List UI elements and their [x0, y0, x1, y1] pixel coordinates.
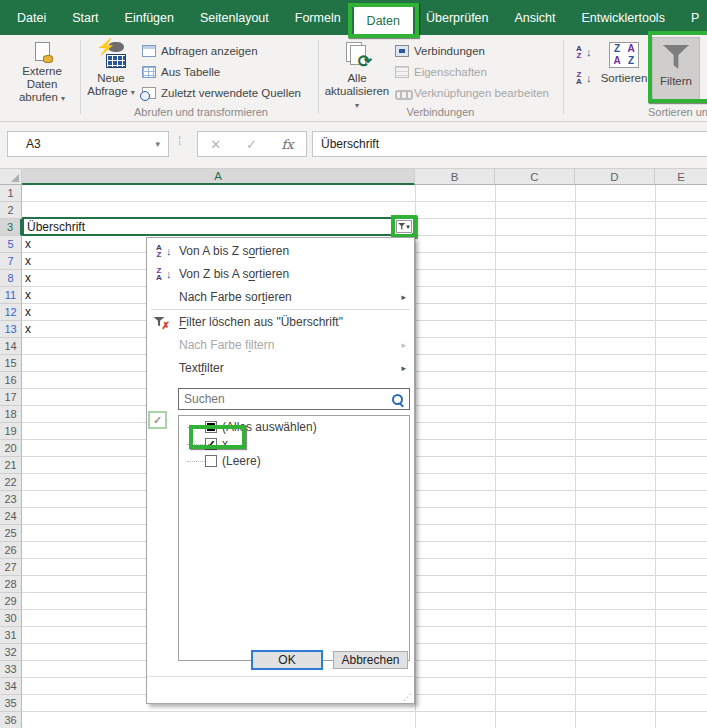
tab-daten[interactable]: Daten	[354, 6, 413, 35]
checkbox-select-all-mixed[interactable]	[205, 421, 217, 433]
checkbox-x-checked[interactable]: ✓	[205, 438, 217, 450]
verbindungen-button[interactable]: Verbindungen	[395, 41, 485, 61]
row-header[interactable]: 27	[0, 559, 22, 576]
name-box[interactable]: A3 ▾	[7, 131, 169, 157]
cells-right[interactable]	[415, 491, 707, 508]
cells-right[interactable]	[415, 389, 707, 406]
menu-text-filters[interactable]: Textfilter ▸	[147, 356, 414, 379]
row-header[interactable]: 23	[0, 491, 22, 508]
cells-right[interactable]	[415, 474, 707, 491]
filter-value-select-all[interactable]: (Alles auswählen)	[179, 419, 409, 435]
cancel-button[interactable]: Abbrechen	[333, 651, 408, 669]
cells-right[interactable]	[415, 321, 707, 338]
cells-right[interactable]	[415, 338, 707, 355]
menu-sort-z-to-a[interactable]: ZA ↓ Von Z bis A sortieren	[147, 262, 414, 285]
cells-right[interactable]	[415, 695, 707, 712]
formula-bar-splitter[interactable]: ⁞	[178, 134, 181, 148]
tab-ueberpruefen[interactable]: Überprüfen	[413, 0, 502, 35]
row-header[interactable]: 32	[0, 644, 22, 661]
row-header[interactable]: 2	[0, 202, 22, 219]
row-header[interactable]: 19	[0, 423, 22, 440]
row-header[interactable]: 17	[0, 389, 22, 406]
filtern-button[interactable]: Filtern	[652, 37, 700, 101]
row-header[interactable]: 14	[0, 338, 22, 355]
tab-datei[interactable]: Datei	[4, 0, 59, 35]
cells-right[interactable]	[415, 219, 707, 236]
sort-a-to-z-button[interactable]: AZ ↓	[573, 42, 592, 62]
menu-sort-a-to-z[interactable]: AZ ↓ Von A bis Z sortieren	[147, 239, 414, 262]
row-header[interactable]: 13	[0, 321, 22, 338]
sort-z-to-a-button[interactable]: ZA ↓	[573, 68, 592, 88]
filter-value-x[interactable]: ✓ x	[179, 436, 409, 452]
row-header[interactable]: 21	[0, 457, 22, 474]
row-header[interactable]: 33	[0, 661, 22, 678]
row-header[interactable]: 20	[0, 440, 22, 457]
cells-right[interactable]	[415, 304, 707, 321]
column-header-a[interactable]: A	[22, 169, 415, 185]
row-header[interactable]: 8	[0, 270, 22, 287]
row-header[interactable]: 1	[0, 185, 22, 202]
row-header[interactable]: 30	[0, 610, 22, 627]
resize-grip[interactable]: ⋰	[403, 692, 412, 702]
search-icon[interactable]	[391, 393, 404, 406]
cells-right[interactable]	[415, 542, 707, 559]
cells-right[interactable]	[415, 712, 707, 728]
filter-value-empty[interactable]: (Leere)	[179, 453, 409, 469]
row-header[interactable]: 35	[0, 695, 22, 712]
row-header[interactable]: 36	[0, 712, 22, 728]
cells-right[interactable]	[415, 593, 707, 610]
tab-einfuegen[interactable]: Einfügen	[112, 0, 187, 35]
cells-right[interactable]	[415, 423, 707, 440]
row-header[interactable]: 29	[0, 593, 22, 610]
neue-abfrage-button[interactable]: ⚡ Neue Abfrage ▾	[84, 39, 138, 116]
alle-aktualisieren-button[interactable]: ⟳ Alle aktualisieren ▾	[324, 39, 390, 116]
cells-right[interactable]	[415, 406, 707, 423]
cells-right[interactable]	[415, 440, 707, 457]
column-header-d[interactable]: D	[575, 169, 655, 185]
row-header[interactable]: 7	[0, 253, 22, 270]
cell-filter-dropdown-button[interactable]: ▾	[396, 220, 412, 233]
cells-right[interactable]	[415, 372, 707, 389]
cells-right[interactable]	[415, 576, 707, 593]
row-header[interactable]: 34	[0, 678, 22, 695]
cells-right[interactable]	[415, 508, 707, 525]
row-header[interactable]: 25	[0, 525, 22, 542]
formula-input[interactable]: Überschrift	[312, 131, 707, 157]
cells-right[interactable]	[415, 253, 707, 270]
row-header[interactable]: 31	[0, 627, 22, 644]
row-header[interactable]: 16	[0, 372, 22, 389]
row-header[interactable]: 11	[0, 287, 22, 304]
ok-button[interactable]: OK	[251, 650, 323, 670]
cells-right[interactable]	[415, 661, 707, 678]
row-header[interactable]: 12	[0, 304, 22, 321]
insert-function-icon[interactable]: fx	[281, 137, 293, 152]
externe-daten-abrufen-button[interactable]: Externe Daten abrufen ▾	[6, 39, 78, 116]
cells-right[interactable]	[415, 678, 707, 695]
cell-column-a[interactable]	[22, 712, 415, 728]
filter-search-input[interactable]: Suchen	[178, 388, 410, 410]
row-header[interactable]: 24	[0, 508, 22, 525]
cells-right[interactable]	[415, 355, 707, 372]
cells-right[interactable]	[415, 270, 707, 287]
cells-right[interactable]	[415, 644, 707, 661]
cells-right[interactable]	[415, 610, 707, 627]
checkbox-empty-unchecked[interactable]	[205, 455, 217, 467]
active-cell-a3[interactable]: Überschrift ▾	[22, 217, 415, 236]
sortieren-button[interactable]: ZAAZ Sortieren	[598, 39, 650, 116]
zuletzt-verwendete-quellen-button[interactable]: Zuletzt verwendete Quellen	[142, 83, 301, 103]
cells-right[interactable]	[415, 236, 707, 253]
cells-right[interactable]	[415, 627, 707, 644]
abfragen-anzeigen-button[interactable]: Abfragen anzeigen	[142, 41, 258, 61]
tab-seitenlayout[interactable]: Seitenlayout	[187, 0, 282, 35]
column-header-c[interactable]: C	[495, 169, 575, 185]
cells-right[interactable]	[415, 185, 707, 202]
menu-sort-by-color[interactable]: Nach Farbe sortieren ▸	[147, 285, 414, 308]
row-header[interactable]: 22	[0, 474, 22, 491]
row-header[interactable]: 5	[0, 236, 22, 253]
tab-entwicklertools[interactable]: Entwicklertools	[569, 0, 678, 35]
row-header[interactable]: 26	[0, 542, 22, 559]
name-box-dropdown-icon[interactable]: ▾	[155, 139, 160, 149]
tab-start[interactable]: Start	[59, 0, 111, 35]
row-header[interactable]: 28	[0, 576, 22, 593]
row-header[interactable]: 18	[0, 406, 22, 423]
